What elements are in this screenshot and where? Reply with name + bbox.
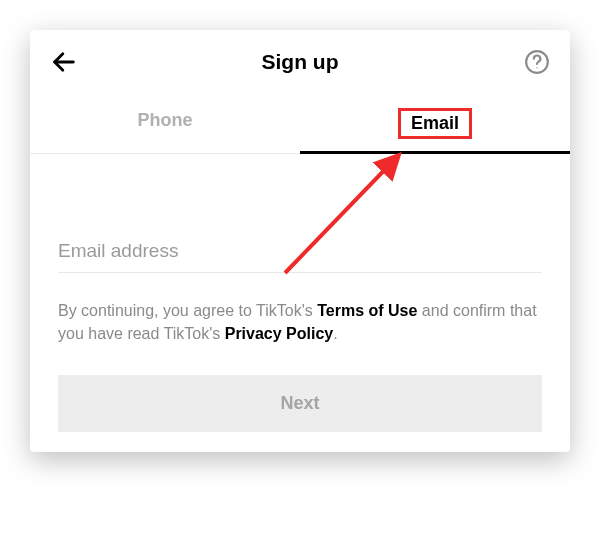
svg-point-2 (536, 67, 537, 68)
page-title: Sign up (262, 50, 339, 74)
back-button[interactable] (50, 48, 78, 76)
arrow-left-icon (50, 48, 78, 76)
tab-phone-label: Phone (127, 108, 202, 133)
header: Sign up (30, 30, 570, 94)
tab-phone[interactable]: Phone (30, 94, 300, 153)
help-button[interactable] (524, 49, 550, 75)
content: By continuing, you agree to TikTok's Ter… (30, 154, 570, 432)
legal-prefix: By continuing, you agree to TikTok's (58, 302, 317, 319)
tab-email[interactable]: Email (300, 94, 570, 153)
legal-suffix: . (333, 325, 337, 342)
next-button[interactable]: Next (58, 375, 542, 432)
help-icon (524, 49, 550, 75)
email-field[interactable] (58, 240, 542, 262)
legal-text: By continuing, you agree to TikTok's Ter… (58, 299, 542, 345)
tab-email-label: Email (398, 108, 472, 139)
terms-link[interactable]: Terms of Use (317, 302, 417, 319)
email-input-row (58, 240, 542, 273)
signup-card: Sign up Phone Email (30, 30, 570, 452)
privacy-link[interactable]: Privacy Policy (225, 325, 334, 342)
tabs: Phone Email (30, 94, 570, 154)
